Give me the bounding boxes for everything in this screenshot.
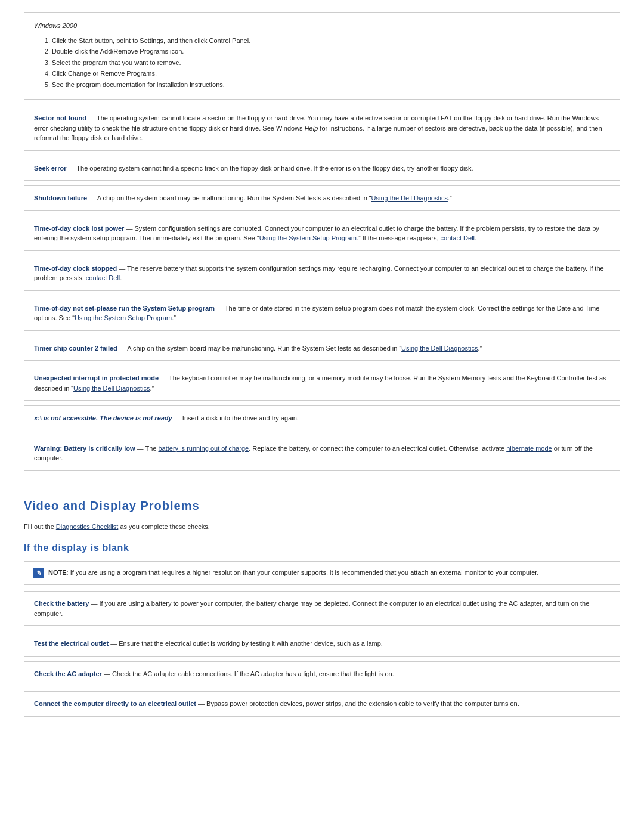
- step-item: Select the program that you want to remo…: [52, 58, 610, 68]
- step-item: Click the Start button, point to Setting…: [52, 36, 610, 46]
- step-item: See the program documentation for instal…: [52, 80, 610, 90]
- sector-not-found-body: — The operating system cannot locate a s…: [34, 114, 602, 141]
- test-electrical-outlet-block: Test the electrical outlet — Ensure that…: [24, 631, 620, 657]
- unexpected-interrupt-link[interactable]: Using the Dell Diagnostics: [73, 385, 150, 392]
- time-of-day-stopped-block: Time-of-day clock stopped — The reserve …: [24, 256, 620, 291]
- steps-list: Click the Start button, point to Setting…: [34, 36, 610, 90]
- check-ac-adapter-body: — Check the AC adapter cable connections…: [104, 670, 394, 677]
- time-stopped-link[interactable]: contact Dell: [86, 274, 120, 281]
- unexpected-interrupt-block: Unexpected interrupt in protected mode —…: [24, 366, 620, 401]
- time-of-day-stopped-body: — The reserve battery that supports the …: [34, 265, 604, 282]
- note-icon: ✎: [33, 568, 44, 578]
- time-of-day-stopped-title: Time-of-day clock stopped: [34, 265, 117, 272]
- time-lost-power-link1[interactable]: Using the System Setup Program: [259, 234, 357, 241]
- timer-chip-failed-link[interactable]: Using the Dell Diagnostics: [401, 345, 478, 352]
- x-not-accessible-title: x:\ is not accessible. The device is not…: [34, 414, 172, 422]
- windows-label: Windows 2000: [34, 21, 610, 31]
- timer-chip-failed-body: — A chip on the system board may be malf…: [119, 345, 482, 352]
- hibernate-mode-link[interactable]: hibernate mode: [506, 445, 552, 452]
- check-battery-body: — If you are using a battery to power yo…: [34, 600, 589, 617]
- seek-error-block: Seek error — The operating system cannot…: [24, 156, 620, 181]
- x-not-accessible-body: — Insert a disk into the drive and try a…: [174, 414, 299, 422]
- connect-directly-block: Connect the computer directly to an elec…: [24, 691, 620, 717]
- windows-2000-section: Windows 2000 Click the Start button, poi…: [24, 12, 620, 100]
- timer-chip-failed-title: Timer chip counter 2 failed: [34, 345, 117, 352]
- note-box: ✎ NOTE: If you are using a program that …: [24, 561, 620, 585]
- diagnostics-checklist-link[interactable]: Diagnostics Checklist: [56, 523, 119, 530]
- check-ac-adapter-block: Check the AC adapter — Check the AC adap…: [24, 661, 620, 687]
- step-item: Double-click the Add/Remove Programs ico…: [52, 47, 610, 57]
- time-of-day-not-set-title: Time-of-day not set-please run the Syste…: [34, 305, 215, 312]
- time-not-set-link[interactable]: Using the System Setup Program: [75, 314, 172, 321]
- unexpected-interrupt-title: Unexpected interrupt in protected mode: [34, 374, 159, 382]
- note-label: NOTE: [48, 569, 67, 576]
- connect-directly-body: — Bypass power protection devices, power…: [198, 700, 519, 707]
- time-of-day-lost-power-block: Time-of-day clock lost power — System co…: [24, 216, 620, 251]
- shutdown-failure-link[interactable]: Using the Dell Diagnostics: [371, 194, 448, 202]
- time-of-day-lost-power-title: Time-of-day clock lost power: [34, 225, 124, 232]
- sector-not-found-title: Sector not found: [34, 114, 86, 122]
- check-ac-adapter-title: Check the AC adapter: [34, 670, 102, 677]
- video-display-heading: Video and Display Problems: [24, 497, 620, 515]
- section-divider: [24, 482, 620, 482]
- battery-running-out-link[interactable]: battery is running out of charge: [158, 445, 249, 452]
- check-battery-block: Check the battery — If you are using a b…: [24, 591, 620, 626]
- seek-error-title: Seek error: [34, 165, 66, 172]
- shutdown-failure-body: — A chip on the system board may be malf…: [89, 194, 451, 202]
- sector-not-found-block: Sector not found — The operating system …: [24, 106, 620, 151]
- fill-out-text: Fill out the Diagnostics Checklist as yo…: [24, 522, 620, 532]
- time-lost-power-link2[interactable]: contact Dell: [441, 234, 475, 241]
- time-of-day-not-set-block: Time-of-day not set-please run the Syste…: [24, 296, 620, 331]
- x-not-accessible-block: x:\ is not accessible. The device is not…: [24, 405, 620, 431]
- timer-chip-failed-block: Timer chip counter 2 failed — A chip on …: [24, 336, 620, 361]
- note-body: If you are using a program that requires…: [70, 569, 539, 576]
- display-blank-heading: If the display is blank: [24, 541, 620, 555]
- seek-error-body: — The operating system cannot find a spe…: [69, 165, 473, 172]
- battery-low-block: Warning: Battery is critically low — The…: [24, 436, 620, 471]
- note-text: NOTE: If you are using a program that re…: [48, 568, 611, 578]
- step-item: Click Change or Remove Programs.: [52, 69, 610, 79]
- test-electrical-outlet-title: Test the electrical outlet: [34, 640, 109, 647]
- check-battery-title: Check the battery: [34, 600, 89, 607]
- shutdown-failure-block: Shutdown failure — A chip on the system …: [24, 185, 620, 211]
- shutdown-failure-title: Shutdown failure: [34, 194, 87, 202]
- connect-directly-title: Connect the computer directly to an elec…: [34, 700, 196, 707]
- test-electrical-outlet-body: — Ensure that the electrical outlet is w…: [110, 640, 383, 647]
- battery-low-title: Warning: Battery is critically low: [34, 445, 135, 452]
